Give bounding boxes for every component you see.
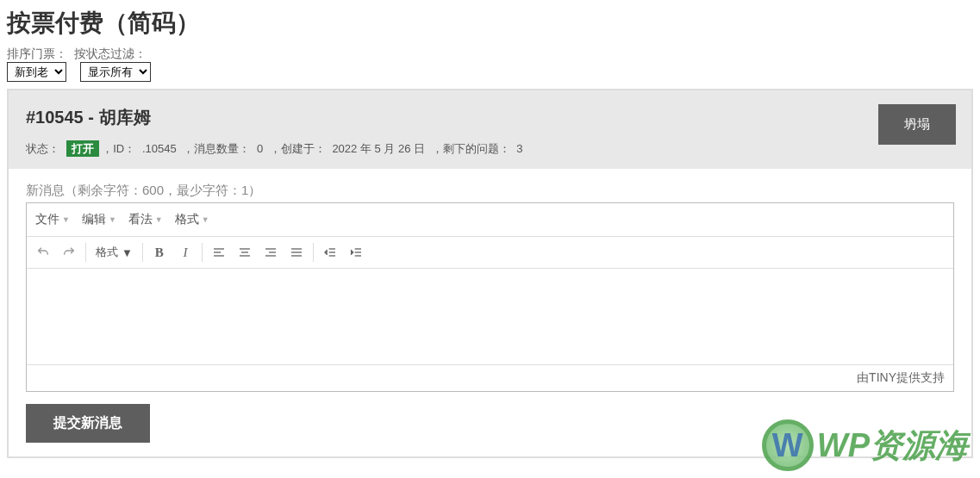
redo-icon[interactable] [57,240,81,264]
undo-icon[interactable] [31,240,55,264]
status-badge: 打开 [66,140,99,157]
collapse-button[interactable]: 坍塌 [878,104,956,145]
filter-bar: 排序门票： 按状态过滤： 新到老 显示所有 [7,47,973,82]
remaining-label: ，剩下的问题： [432,142,510,155]
message-hint: 新消息（剩余字符：600，最少字符：1） [26,183,954,199]
menu-file[interactable]: 文件▼ [30,208,75,231]
rich-editor: 文件▼ 编辑▼ 看法▼ 格式▼ 格式▼ B I [26,202,954,392]
align-right-icon[interactable] [259,240,283,264]
align-center-icon[interactable] [233,240,257,264]
chevron-down-icon: ▼ [109,215,116,224]
align-justify-icon[interactable] [284,240,309,264]
status-label: 状态： [26,142,59,155]
id-label: ，ID： [102,142,135,155]
separator [313,243,314,262]
created-label: ，创建于： [270,142,326,155]
submit-button[interactable]: 提交新消息 [26,404,150,443]
italic-icon[interactable]: I [173,240,197,264]
menu-edit[interactable]: 编辑▼ [77,208,122,231]
format-select[interactable]: 格式▼ [91,240,138,264]
status-select[interactable]: 显示所有 [80,62,151,82]
id-value: .10545 [142,142,177,155]
separator [142,243,143,262]
editor-toolbar: 格式▼ B I [27,237,953,269]
editor-content[interactable] [27,269,953,362]
msg-count-value: 0 [257,142,263,155]
bold-icon[interactable]: B [147,240,172,264]
msg-count-label: ，消息数量： [183,142,250,155]
editor-statusbar: 由TINY提供支持 [27,364,953,391]
menu-format[interactable]: 格式▼ [170,208,215,231]
remaining-value: 3 [516,142,522,155]
sort-label: 排序门票： [7,47,67,60]
editor-menubar: 文件▼ 编辑▼ 看法▼ 格式▼ [27,203,953,237]
ticket-meta: 状态： 打开 ，ID： .10545 ，消息数量： 0 ，创建于： 2022 年… [26,141,954,157]
ticket-title: #10545 - 胡库姆 [26,106,954,129]
page-title: 按票付费（简码） [7,7,973,40]
outdent-icon[interactable] [318,240,342,264]
status-label: 按状态过滤： [74,47,147,60]
separator [85,243,86,262]
chevron-down-icon: ▼ [155,215,163,224]
created-value: 2022 年 5 月 26 日 [332,142,425,155]
menu-view[interactable]: 看法▼ [123,208,168,231]
ticket-header: #10545 - 胡库姆 坍塌 状态： 打开 ，ID： .10545 ，消息数量… [9,90,971,169]
chevron-down-icon: ▼ [202,215,209,224]
separator [202,243,203,262]
sort-select[interactable]: 新到老 [7,62,66,82]
ticket-panel: #10545 - 胡库姆 坍塌 状态： 打开 ，ID： .10545 ，消息数量… [7,89,973,458]
indent-icon[interactable] [344,240,368,264]
ticket-body: 新消息（剩余字符：600，最少字符：1） 文件▼ 编辑▼ 看法▼ 格式▼ 格式▼… [9,169,971,456]
chevron-down-icon: ▼ [62,215,70,224]
chevron-down-icon: ▼ [122,246,133,259]
align-left-icon[interactable] [207,240,231,264]
